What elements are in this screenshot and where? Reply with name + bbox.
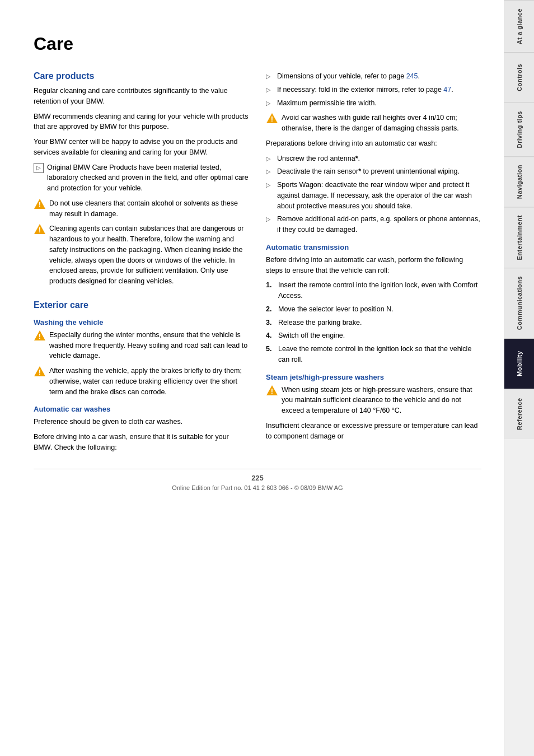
washing-warn2: After washing the vehicle, apply the bra…: [49, 366, 249, 397]
sidebar-tab-mobility[interactable]: Mobility: [504, 338, 534, 389]
prep-bullet-3: Remove additional add-on parts, e.g. spo…: [266, 214, 481, 235]
svg-text:!: !: [271, 115, 273, 123]
sidebar-tabs: At a glance Controls Driving tips Naviga…: [504, 0, 534, 756]
exterior-care-heading: Exterior care: [34, 300, 249, 310]
auto-trans-p1: Before driving into an automatic car was…: [266, 255, 481, 276]
svg-text:!: !: [39, 368, 41, 376]
steam-heading: Steam jets/high-pressure washers: [266, 373, 481, 381]
sidebar-tab-controls[interactable]: Controls: [504, 52, 534, 102]
sidebar-tab-entertainment[interactable]: Entertainment: [504, 207, 534, 268]
care-products-p1: Regular cleaning and care contributes si…: [34, 86, 249, 107]
warning-icon-5: !: [266, 113, 278, 124]
washing-warn1: Especially during the winter months, ens…: [49, 330, 249, 361]
care-products-p2: BMW recommends cleaning and caring for y…: [34, 111, 249, 133]
warning-icon-2: !: [34, 223, 46, 235]
sidebar-tab-driving-tips[interactable]: Driving tips: [504, 102, 534, 156]
washing-heading: Washing the vehicle: [34, 318, 249, 326]
prep-bullet-list: Unscrew the rod antenna*. Deactivate the…: [266, 153, 481, 235]
warn1-text: Do not use cleaners that contain alcohol…: [49, 198, 249, 220]
warning-steam: ! When using steam jets or high-pressure…: [266, 385, 481, 416]
step-2: 2. Move the selector lever to position N…: [266, 304, 481, 315]
step-4: 4. Switch off the engine.: [266, 330, 481, 341]
play-notice: Original BMW Care Products have been mat…: [34, 162, 249, 194]
svg-text:!: !: [39, 200, 41, 209]
svg-text:!: !: [39, 226, 41, 234]
warning-washing-2: ! After washing the vehicle, apply the b…: [34, 366, 249, 397]
auto-trans-steps-list: 1. Insert the remote control into the ig…: [266, 280, 481, 365]
auto-washes-p1: Preference should be given to cloth car …: [34, 417, 249, 427]
auto-washes-heading: Automatic car washes: [34, 405, 249, 413]
play-notice-text: Original BMW Care Products have been mat…: [47, 162, 249, 194]
right-column: Dimensions of your vehicle, refer to pag…: [266, 71, 481, 458]
sidebar-tab-communications[interactable]: Communications: [504, 268, 534, 338]
check-bullet-list: Dimensions of your vehicle, refer to pag…: [266, 71, 481, 108]
prep-bullet-2: Sports Wagon: deactivate the rear window…: [266, 180, 481, 211]
warn2-text: Cleaning agents can contain substances t…: [49, 223, 249, 287]
care-products-heading: Care products: [34, 71, 249, 81]
auto-trans-heading: Automatic transmission: [266, 243, 481, 251]
bullet-item-2: Maximum permissible tire width.: [266, 98, 481, 109]
sidebar-tab-reference[interactable]: Reference: [504, 389, 534, 439]
sidebar-tab-at-a-glance[interactable]: At a glance: [504, 0, 534, 52]
left-column: Care products Regular cleaning and care …: [34, 71, 249, 458]
care-products-p3: Your BMW center will be happy to advise …: [34, 137, 249, 158]
warning-alcohol: ! Do not use cleaners that contain alcoh…: [34, 198, 249, 220]
prep-text: Preparations before driving into an auto…: [266, 138, 481, 149]
steam-warn: When using steam jets or high-pressure w…: [282, 385, 481, 416]
steam-p1: Insufficient clearance or excessive pres…: [266, 421, 481, 442]
warning-washing-1: ! Especially during the winter months, e…: [34, 330, 249, 361]
page-number: 225: [34, 474, 481, 482]
page-link-245[interactable]: 245: [406, 72, 418, 80]
svg-text:!: !: [39, 332, 41, 340]
svg-text:!: !: [271, 387, 273, 395]
prep-bullet-0: Unscrew the rod antenna*.: [266, 153, 481, 164]
warning-auto-wash: ! Avoid car washes with guide rail heigh…: [266, 113, 481, 134]
step-1: 1. Insert the remote control into the ig…: [266, 280, 481, 301]
page-link-47[interactable]: 47: [443, 86, 451, 94]
warning-icon-4: !: [34, 366, 46, 377]
play-icon: [34, 163, 44, 173]
step-3: 3. Release the parking brake.: [266, 318, 481, 328]
footer-text: Online Edition for Part no. 01 41 2 603 …: [172, 484, 343, 491]
warn-auto-text: Avoid car washes with guide rail heights…: [282, 113, 481, 134]
prep-bullet-1: Deactivate the rain sensor* to prevent u…: [266, 166, 481, 177]
auto-washes-p2: Before driving into a car wash, ensure t…: [34, 432, 249, 453]
step-5: 5. Leave the remote control in the ignit…: [266, 344, 481, 365]
page-footer: 225 Online Edition for Part no. 01 41 2 …: [34, 469, 481, 491]
warning-cleaning: ! Cleaning agents can contain substances…: [34, 223, 249, 287]
bullet-item-0: Dimensions of your vehicle, refer to pag…: [266, 71, 481, 82]
warning-icon-3: !: [34, 330, 46, 341]
warning-icon-6: !: [266, 385, 278, 396]
warning-icon-1: !: [34, 198, 46, 209]
sidebar-tab-navigation[interactable]: Navigation: [504, 156, 534, 207]
bullet-item-1: If necessary: fold in the exterior mirro…: [266, 85, 481, 95]
page-title: Care: [34, 34, 481, 54]
